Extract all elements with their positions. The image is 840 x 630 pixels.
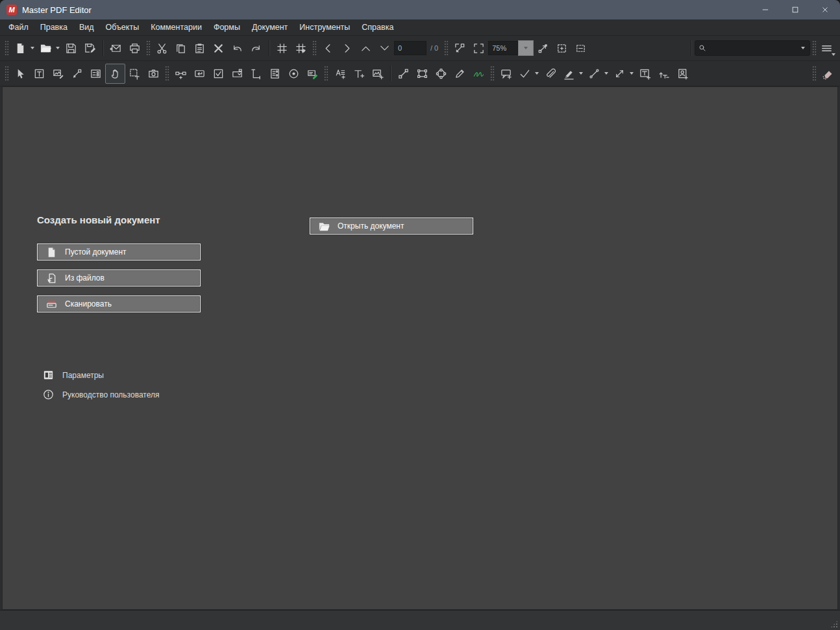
toolbar-grip[interactable] xyxy=(490,66,495,81)
signature-field-button[interactable] xyxy=(303,64,322,83)
toolbar-grip[interactable] xyxy=(812,66,817,81)
menu-view[interactable]: Вид xyxy=(73,19,100,35)
select-area-button[interactable] xyxy=(125,64,144,83)
page-number-input[interactable] xyxy=(394,41,426,55)
last-page-button[interactable] xyxy=(375,39,394,58)
edit-forms-button[interactable] xyxy=(68,64,86,83)
first-page-button[interactable] xyxy=(356,39,375,58)
close-button[interactable] xyxy=(810,0,840,19)
show-grid-button[interactable] xyxy=(273,39,291,58)
redo-button[interactable] xyxy=(247,39,266,58)
from-files-button[interactable]: Из файлов xyxy=(37,270,201,286)
edit-text-button[interactable] xyxy=(30,64,49,83)
menu-help[interactable]: Справка xyxy=(356,19,399,35)
button-field-button[interactable] xyxy=(190,64,209,83)
search-box[interactable] xyxy=(695,40,810,56)
minimize-button[interactable] xyxy=(750,0,780,19)
arrow-annotation-button[interactable] xyxy=(610,64,629,83)
edit-add-text-button[interactable] xyxy=(330,64,349,83)
delete-button[interactable] xyxy=(209,39,228,58)
note-annotation-button[interactable] xyxy=(497,64,515,83)
eraser-button[interactable] xyxy=(819,64,837,83)
scan-button[interactable]: Сканировать xyxy=(37,296,201,312)
toolbar-grip[interactable] xyxy=(444,40,449,56)
email-button[interactable] xyxy=(106,39,125,58)
main-menu-button[interactable] xyxy=(819,39,837,58)
menu-tools[interactable]: Инструменты xyxy=(293,19,356,35)
rectangle-tool-button[interactable] xyxy=(413,64,432,83)
print-button[interactable] xyxy=(125,39,144,58)
select-tool-button[interactable] xyxy=(11,64,30,83)
form-list-button[interactable] xyxy=(86,64,105,83)
toolbar-grip[interactable] xyxy=(5,66,9,81)
user-guide-link[interactable]: Руководство пользователя xyxy=(42,388,159,401)
hand-tool-button[interactable] xyxy=(105,64,125,84)
arrow-annotation-dropdown[interactable] xyxy=(630,72,634,75)
search-dropdown[interactable] xyxy=(801,47,805,49)
copy-button[interactable] xyxy=(171,39,190,58)
menu-objects[interactable]: Объекты xyxy=(100,19,145,35)
fit-width-button[interactable] xyxy=(571,39,590,58)
undo-button[interactable] xyxy=(228,39,247,58)
prev-page-button[interactable] xyxy=(319,39,338,58)
open-document-button[interactable]: Открыть документ xyxy=(310,218,473,234)
new-document-dropdown[interactable] xyxy=(31,47,34,49)
toolbar-grip[interactable] xyxy=(812,40,817,56)
paste-button[interactable] xyxy=(190,39,209,58)
add-text-button[interactable] xyxy=(349,64,368,83)
zoom-control xyxy=(488,40,534,56)
add-image-button[interactable] xyxy=(368,64,387,83)
menu-file[interactable]: Файл xyxy=(3,19,34,35)
snap-to-grid-button[interactable] xyxy=(291,39,310,58)
person-stamp-button[interactable] xyxy=(673,64,692,83)
resize-grip-icon[interactable] xyxy=(830,620,838,628)
open-dropdown[interactable] xyxy=(56,47,60,49)
callout-annotation-button[interactable] xyxy=(654,64,673,83)
combobox-field-button[interactable] xyxy=(228,64,247,83)
toolbar-grip[interactable] xyxy=(146,40,151,56)
zoom-fit-button[interactable] xyxy=(534,39,552,58)
textbox-annotation-button[interactable] xyxy=(636,64,654,83)
snapshot-button[interactable] xyxy=(144,64,163,83)
open-button[interactable] xyxy=(36,39,55,58)
toolbar-grip[interactable] xyxy=(5,40,9,56)
checkbox-field-button[interactable] xyxy=(209,64,228,83)
menu-edit[interactable]: Правка xyxy=(34,19,73,35)
ellipse-tool-button[interactable] xyxy=(432,64,451,83)
crop-frame-button[interactable] xyxy=(469,39,488,58)
toolbar-grip[interactable] xyxy=(312,40,317,56)
line-annotation-button[interactable] xyxy=(585,64,604,83)
maximize-button[interactable] xyxy=(780,0,810,19)
fit-page-button[interactable] xyxy=(552,39,571,58)
settings-link[interactable]: Параметры xyxy=(42,369,104,381)
freehand-signature-button[interactable] xyxy=(469,64,488,83)
cut-button[interactable] xyxy=(153,39,171,58)
edit-image-button[interactable] xyxy=(49,64,68,83)
menu-forms[interactable]: Формы xyxy=(208,19,246,35)
next-page-button[interactable] xyxy=(338,39,356,58)
zoom-input[interactable] xyxy=(488,41,518,55)
list-field-button[interactable] xyxy=(266,64,284,83)
line-tool-button[interactable] xyxy=(394,64,413,83)
search-input[interactable] xyxy=(707,44,800,53)
check-stamp-button[interactable] xyxy=(515,64,534,83)
save-as-button[interactable] xyxy=(80,39,99,58)
highlighter-button[interactable] xyxy=(560,64,578,83)
listbox-field-button[interactable] xyxy=(247,64,266,83)
zoom-to-selection-button[interactable] xyxy=(451,39,469,58)
zoom-dropdown-button[interactable] xyxy=(518,40,534,56)
attachment-button[interactable] xyxy=(541,64,560,83)
toolbar-grip[interactable] xyxy=(165,66,169,81)
line-annotation-dropdown[interactable] xyxy=(604,72,608,75)
highlighter-dropdown[interactable] xyxy=(579,72,583,75)
menu-comments[interactable]: Комментарии xyxy=(145,19,208,35)
pencil-tool-button[interactable] xyxy=(451,64,469,83)
link-tool-button[interactable] xyxy=(171,64,190,83)
menu-document[interactable]: Документ xyxy=(246,19,293,35)
radio-field-button[interactable] xyxy=(284,64,303,83)
blank-document-button[interactable]: Пустой документ xyxy=(37,244,201,260)
toolbar-grip[interactable] xyxy=(324,66,328,81)
save-button[interactable] xyxy=(62,39,80,58)
new-document-button[interactable] xyxy=(11,39,30,58)
check-stamp-dropdown[interactable] xyxy=(535,72,539,75)
